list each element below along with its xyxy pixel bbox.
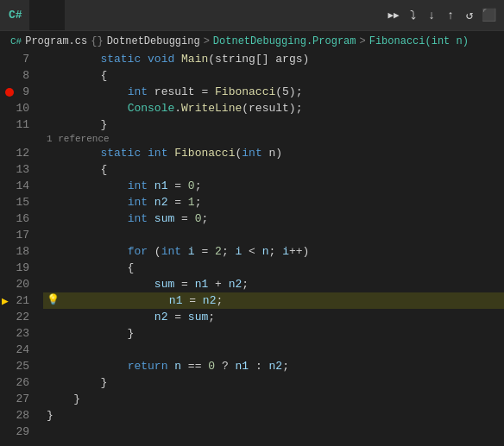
code-reference-label: 1 reference: [43, 133, 504, 145]
line-number: 15: [0, 194, 36, 210]
line-number: 13: [0, 161, 36, 178]
line-number: 26: [0, 374, 36, 391]
line-number: 23: [0, 325, 36, 342]
line-number: 11: [0, 116, 36, 133]
line-number: 25: [0, 358, 36, 374]
line-number: 7: [0, 51, 36, 67]
code-line: sum = n1 + n2;: [43, 276, 504, 292]
breakpoint-indicator: [5, 88, 14, 97]
editor-tab[interactable]: [29, 0, 65, 30]
code-line: n2 = sum;: [43, 309, 504, 325]
line-number: 22: [0, 309, 36, 325]
line-number: 18: [0, 243, 36, 260]
code-line: [43, 424, 504, 440]
code-line: for (int i = 2; i < n; i++): [43, 243, 504, 260]
code-line: [43, 342, 504, 358]
code-line: }: [43, 407, 504, 424]
code-line: static int Fibonacci(int n): [43, 145, 504, 161]
code-line: {: [43, 67, 504, 84]
lightbulb-icon[interactable]: 💡: [47, 292, 60, 309]
breadcrumb-file-icon: C#: [10, 36, 22, 47]
breadcrumb-method[interactable]: Fibonacci(int n): [369, 35, 469, 47]
code-line: int sum = 0;: [43, 210, 504, 227]
code-area: 7891011121314151617181920▶21222324252627…: [0, 51, 504, 446]
code-line: Console.WriteLine(result);: [43, 100, 504, 116]
line-number: 24: [0, 342, 36, 358]
code-line: {: [43, 161, 504, 178]
title-bar: C# ▶▶ ⤵ ↓ ↑ ↺ ⬛: [0, 0, 504, 30]
line-number: 20: [0, 276, 36, 292]
stop-button[interactable]: ⬛: [482, 9, 495, 22]
debug-toolbar: ▶▶ ⤵ ↓ ↑ ↺ ⬛: [387, 9, 495, 22]
breadcrumb-class[interactable]: DotnetDebugging.Program: [213, 35, 356, 47]
step-out-button[interactable]: ↑: [444, 9, 457, 22]
line-number: 14: [0, 178, 36, 194]
line-numbers: 7891011121314151617181920▶21222324252627…: [0, 51, 43, 446]
line-number: 9: [0, 84, 36, 100]
breadcrumb-ns[interactable]: DotnetDebugging: [107, 35, 200, 47]
step-into-button[interactable]: ↓: [425, 9, 438, 22]
code-line: 💡 n1 = n2;: [43, 292, 504, 309]
line-number: 19: [0, 260, 36, 276]
file-type-icon: C#: [9, 9, 22, 22]
line-number: 28: [0, 407, 36, 424]
line-number: 12: [0, 145, 36, 161]
debug-arrow-icon: ▶: [2, 292, 9, 309]
code-line: static void Main(string[] args): [43, 51, 504, 67]
line-number: ▶21: [0, 292, 36, 309]
editor: 7891011121314151617181920▶21222324252627…: [0, 51, 504, 446]
code-line: int result = Fibonacci(5);: [43, 84, 504, 100]
code-line: }: [43, 391, 504, 407]
code-line: {: [43, 260, 504, 276]
code-line: }: [43, 325, 504, 342]
code-line: }: [43, 374, 504, 391]
code-line: [43, 227, 504, 243]
restart-button[interactable]: ↺: [463, 9, 476, 22]
line-number: 29: [0, 424, 36, 440]
code-line: }: [43, 116, 504, 133]
breadcrumb: C# Program.cs {} DotnetDebugging > Dotne…: [0, 30, 504, 51]
code-line: int n1 = 0;: [43, 178, 504, 194]
line-number: 27: [0, 391, 36, 407]
line-number: 10: [0, 100, 36, 116]
step-over-button[interactable]: ⤵: [406, 9, 419, 22]
line-number: 17: [0, 227, 36, 243]
line-number: 8: [0, 67, 36, 84]
code-line: int n2 = 1;: [43, 194, 504, 210]
tab-close-button[interactable]: [42, 9, 56, 22]
code-content: static void Main(string[] args) { int re…: [43, 51, 504, 446]
continue-button[interactable]: ▶▶: [387, 9, 400, 22]
line-number: 16: [0, 210, 36, 227]
code-line: return n == 0 ? n1 : n2;: [43, 358, 504, 374]
breadcrumb-file[interactable]: Program.cs: [25, 35, 87, 47]
